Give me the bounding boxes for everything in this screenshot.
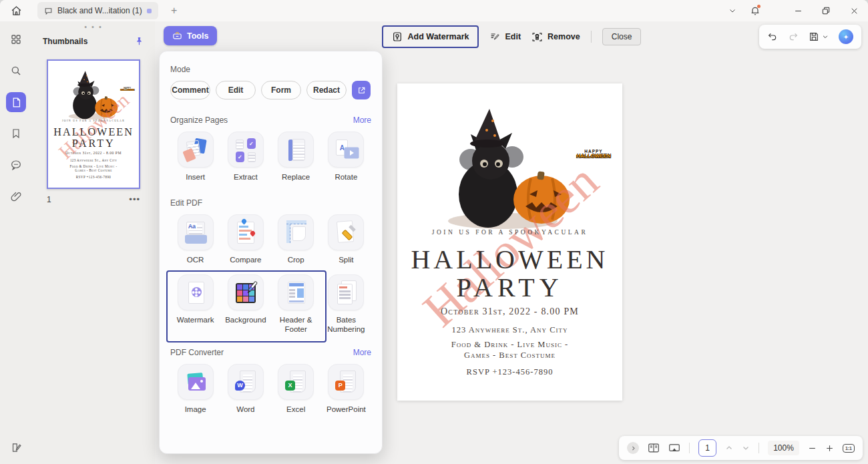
maximize-button[interactable]	[812, 0, 840, 21]
tool-extract[interactable]: ✓ ✓ Extract	[220, 132, 270, 182]
restore-icon	[821, 6, 831, 15]
page-layout-button[interactable]	[648, 443, 660, 453]
bookmarks-button[interactable]	[6, 124, 26, 144]
page-icon	[11, 97, 22, 108]
zoom-in-button[interactable]	[825, 444, 834, 453]
redo-button[interactable]	[788, 31, 799, 42]
tool-split[interactable]: Split	[321, 214, 371, 265]
new-tab-button[interactable]: +	[168, 5, 181, 17]
pdf-converter-section-label: PDF Converter More	[170, 348, 371, 357]
chevron-down-icon	[728, 7, 736, 15]
add-watermark-button[interactable]: Add Watermark	[382, 25, 479, 48]
rotate-icon: A	[328, 132, 364, 168]
app-grid-button[interactable]	[6, 29, 26, 49]
tool-replace[interactable]: Replace	[271, 132, 321, 182]
ai-assistant-button[interactable]: ✦	[839, 29, 853, 44]
dropdown-chevron-button[interactable]	[721, 1, 744, 21]
comments-button[interactable]	[6, 155, 26, 175]
pdf-page[interactable]: HAPPY HALLOWEEN Halloween JOIN US FOR A …	[397, 83, 622, 401]
page-thumbnail[interactable]: HAPPY HALLOWEEN Halloween JOIN US FOR A …	[47, 59, 140, 189]
comment-icon	[10, 159, 22, 171]
actual-size-button[interactable]: 1:1	[843, 444, 855, 453]
document-tab[interactable]: Black and W...itation (1)	[37, 2, 158, 19]
search-button[interactable]	[6, 61, 26, 81]
tool-insert[interactable]: Insert	[170, 132, 220, 182]
save-options-chevron[interactable]	[822, 33, 829, 40]
page-number-input[interactable]: 1	[698, 439, 716, 457]
excel-convert-icon: X	[278, 364, 314, 400]
happy-halloween-sticker: HAPPY HALLOWEEN	[573, 149, 614, 160]
converter-more-link[interactable]: More	[353, 348, 371, 357]
tool-ocr[interactable]: Aa OCR	[170, 214, 220, 265]
minus-icon	[808, 444, 817, 453]
tool-bates-numbering[interactable]: Bates Numbering	[321, 274, 371, 334]
notification-dot	[757, 5, 761, 8]
tool-convert-image[interactable]: Image	[170, 364, 220, 415]
pen-page-icon	[11, 442, 22, 453]
tools-button[interactable]: Tools	[164, 26, 217, 45]
tool-header-footer[interactable]: Header & Footer	[271, 274, 321, 334]
tools-panel: Tools Mode Comment Edit Form Redact Orga…	[159, 51, 383, 454]
attachments-button[interactable]	[6, 186, 26, 206]
quick-actions: ✦	[759, 25, 861, 49]
undo-button[interactable]	[767, 31, 778, 42]
powerpoint-convert-icon: P	[328, 364, 364, 400]
thumbnail-invite: HAPPY HALLOWEEN Halloween JOIN US FOR A …	[48, 61, 139, 189]
tool-crop[interactable]: Crop	[271, 214, 321, 265]
close-window-button[interactable]	[840, 0, 868, 21]
expand-mode-button[interactable]	[352, 81, 371, 99]
tool-convert-powerpoint[interactable]: P PowerPoint	[321, 364, 371, 415]
tool-convert-word[interactable]: W Word	[220, 364, 270, 415]
notifications-button[interactable]	[744, 1, 767, 21]
tool-background[interactable]: Background	[220, 274, 270, 334]
insert-icon	[178, 132, 214, 168]
save-button[interactable]	[809, 31, 819, 42]
invite-title-line1: HALLOWEEN	[397, 244, 622, 275]
organize-more-link[interactable]: More	[353, 115, 371, 125]
cat-pumpkin-illustration	[429, 102, 583, 229]
pin-icon	[134, 36, 144, 46]
mode-form-button[interactable]: Form	[261, 81, 301, 99]
two-page-view-icon	[648, 443, 660, 453]
main-area: Add Watermark Edit Remove Close	[155, 21, 868, 464]
tool-watermark[interactable]: Watermark	[170, 274, 220, 334]
tool-convert-excel[interactable]: X Excel	[271, 364, 321, 415]
header-footer-icon	[278, 274, 314, 310]
tool-rotate[interactable]: A Rotate	[321, 132, 371, 182]
zoom-out-button[interactable]	[808, 444, 817, 453]
next-page-button[interactable]	[742, 444, 750, 452]
view-controls: 1 100% 1:1	[619, 436, 863, 460]
invite-tagline: JOIN US FOR A SPOOKYACULAR	[397, 229, 622, 236]
minimize-button[interactable]	[784, 0, 812, 21]
close-watermark-toolbar-button[interactable]: Close	[602, 28, 642, 45]
edit-label: Edit	[505, 32, 521, 41]
pin-panel-button[interactable]	[134, 36, 144, 46]
mode-comment-button[interactable]: Comment	[170, 81, 210, 99]
mode-section-label: Mode	[170, 65, 371, 74]
background-icon	[228, 274, 264, 310]
zoom-level[interactable]: 100%	[768, 441, 799, 455]
presentation-mode-button[interactable]	[668, 443, 680, 453]
tab-title: Black and W...itation (1)	[57, 6, 142, 15]
invite-title-line2: PARTY	[48, 137, 139, 150]
edit-watermark-button[interactable]: Edit	[489, 31, 521, 42]
remove-watermark-button[interactable]: Remove	[531, 31, 580, 43]
ink-signature-button[interactable]	[6, 437, 26, 457]
thumbnails-panel-button[interactable]	[6, 92, 26, 112]
mode-redact-button[interactable]: Redact	[306, 81, 347, 99]
undo-icon	[767, 31, 778, 42]
presentation-icon	[668, 443, 680, 453]
mode-edit-button[interactable]: Edit	[216, 81, 256, 99]
thumbnail-options-button[interactable]: •••	[129, 194, 140, 204]
home-button[interactable]	[8, 3, 24, 19]
tool-compare[interactable]: Compare	[220, 214, 270, 265]
expand-controls-button[interactable]	[627, 442, 639, 454]
panel-drag-handle[interactable]: • • •	[32, 21, 155, 31]
thumbnail-page-number: 1	[47, 195, 51, 204]
chevron-right-icon	[630, 445, 636, 451]
toolbar-separator	[591, 31, 592, 43]
thumbnails-panel: • • • Thumbnails	[32, 21, 155, 464]
previous-page-button[interactable]	[725, 444, 733, 452]
external-link-icon	[357, 86, 366, 95]
search-icon	[10, 65, 22, 77]
